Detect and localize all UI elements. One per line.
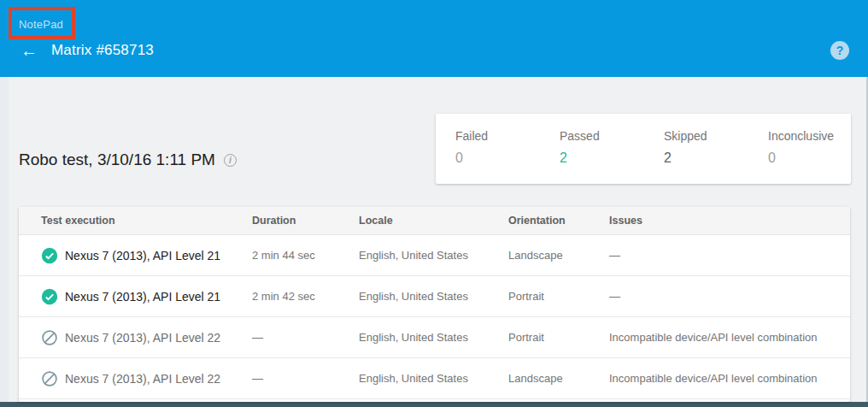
table-row[interactable]: Nexus 7 (2013), API Level 22 — English, … — [19, 317, 850, 358]
cell-locale: English, United States — [359, 331, 508, 344]
col-header-duration: Duration — [252, 215, 359, 227]
window-bottom-edge — [0, 402, 868, 407]
cell-duration: — — [252, 372, 359, 385]
table-row[interactable]: Nexus 7 (2013), API Level 21 2 min 42 se… — [19, 276, 850, 317]
cell-issues: Incompatible device/API level combinatio… — [609, 331, 850, 344]
summary-item-inconclusive: Inconclusive 0 — [768, 129, 851, 184]
skipped-icon — [41, 329, 58, 346]
left-gutter — [0, 77, 9, 402]
app-bar: NotePad ← Matrix #658713 ? — [0, 0, 868, 77]
back-arrow-icon[interactable]: ← — [21, 41, 38, 60]
summary-item-passed: Passed 2 — [560, 129, 664, 184]
summary-item-failed: Failed 0 — [455, 129, 560, 184]
summary-value: 0 — [455, 150, 560, 166]
cell-orientation: Landscape — [508, 372, 609, 385]
device-name: Nexus 7 (2013), API Level 21 — [65, 249, 220, 262]
page-title: Matrix #658713 — [51, 42, 154, 59]
cell-test-execution: Nexus 7 (2013), API Level 22 — [41, 329, 252, 346]
summary-value: 0 — [768, 150, 851, 166]
table-row[interactable]: Nexus 7 (2013), API Level 21 2 min 44 se… — [19, 235, 850, 276]
cell-locale: English, United States — [359, 290, 508, 303]
summary-value: 2 — [664, 150, 768, 166]
summary-card: Failed 0 Passed 2 Skipped 2 Inconclusive… — [436, 114, 851, 184]
cell-issues: Incompatible device/API level combinatio… — [609, 372, 850, 385]
table-row[interactable]: Nexus 7 (2013), API Level 22 — English, … — [19, 358, 850, 399]
help-icon[interactable]: ? — [830, 41, 849, 60]
summary-item-skipped: Skipped 2 — [664, 129, 768, 184]
col-header-test-execution: Test execution — [41, 215, 252, 227]
info-icon[interactable]: i — [224, 154, 237, 167]
cell-test-execution: Nexus 7 (2013), API Level 21 — [41, 247, 252, 264]
summary-label: Inconclusive — [768, 129, 851, 143]
run-title: Robo test, 3/10/16 1:11 PM i — [19, 150, 237, 169]
cell-locale: English, United States — [359, 372, 508, 385]
summary-label: Skipped — [664, 129, 768, 143]
cell-duration: 2 min 44 sec — [252, 249, 359, 262]
cell-test-execution: Nexus 7 (2013), API Level 21 — [41, 288, 252, 305]
summary-value: 2 — [560, 150, 664, 166]
device-name: Nexus 7 (2013), API Level 22 — [65, 331, 220, 345]
cell-test-execution: Nexus 7 (2013), API Level 22 — [41, 370, 252, 387]
cell-orientation: Landscape — [508, 249, 609, 262]
col-header-orientation: Orientation — [508, 215, 609, 227]
cell-duration: — — [252, 331, 359, 344]
cell-locale: English, United States — [359, 249, 508, 262]
col-header-locale: Locale — [359, 215, 508, 227]
table-header-row: Test execution Duration Locale Orientati… — [19, 207, 850, 235]
skipped-icon — [41, 370, 58, 387]
cell-orientation: Portrait — [508, 331, 609, 344]
cell-issues: — — [609, 290, 850, 303]
test-lab-matrix-screen: NotePad ← Matrix #658713 ? Robo test, 3/… — [0, 0, 868, 407]
col-header-issues: Issues — [609, 215, 850, 227]
device-name: Nexus 7 (2013), API Level 22 — [65, 372, 220, 386]
device-name: Nexus 7 (2013), API Level 21 — [65, 290, 220, 304]
run-title-text: Robo test, 3/10/16 1:11 PM — [19, 150, 215, 169]
passed-icon — [41, 288, 58, 305]
annotation-highlight-box — [9, 7, 75, 39]
summary-label: Passed — [560, 129, 664, 143]
cell-orientation: Portrait — [508, 290, 609, 303]
cell-issues: — — [609, 249, 850, 262]
summary-label: Failed — [455, 129, 560, 143]
title-row: ← Matrix #658713 — [21, 41, 154, 60]
passed-icon — [41, 247, 58, 264]
results-table: Test execution Duration Locale Orientati… — [19, 207, 850, 402]
cell-duration: 2 min 42 sec — [252, 290, 359, 303]
